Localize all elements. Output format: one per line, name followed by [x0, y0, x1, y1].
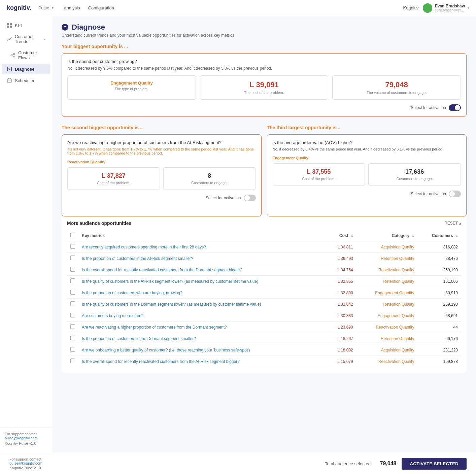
col-cost-header[interactable]: Cost ⇅ [327, 230, 356, 241]
top-navigation: kognitiv. Pulse ▾ Analysis Configuration… [0, 0, 476, 16]
row-checkbox[interactable] [70, 359, 75, 363]
sidebar-item-scheduler[interactable]: Scheduler [2, 75, 50, 86]
product-chevron-icon[interactable]: ▾ [52, 6, 54, 10]
table-row: Is the quality of customers in the At-Ri… [67, 276, 461, 287]
row-metric[interactable]: Is the proportion of customers in the At… [78, 253, 327, 264]
col-checkbox-header [67, 230, 78, 241]
row-metric[interactable]: Is the quality of customers in the At-Ri… [78, 276, 327, 287]
row-metric[interactable]: Are recently acquired customers spending… [78, 241, 327, 253]
nav-analysis[interactable]: Analysis [64, 4, 80, 12]
row-checkbox[interactable] [70, 256, 75, 260]
row-metric[interactable]: Is the overall spend for recently reacti… [78, 264, 327, 276]
sidebar-item-kpi[interactable]: KPI [2, 20, 50, 31]
svg-point-4 [11, 55, 12, 56]
row-customers: 161,006 [417, 276, 461, 287]
nav-links: Analysis Configuration [64, 4, 403, 12]
biggest-opportunity-card: Is the spend per customer growing? No, i… [62, 53, 467, 117]
bottom-support-email[interactable]: pulse@kognitiv.com [9, 461, 42, 465]
second-cost-value: L 37,827 [72, 172, 156, 179]
row-metric[interactable]: Is the overall spend for recently reacti… [78, 356, 327, 367]
third-cost-label: Cost of the problem. [277, 177, 361, 181]
user-badge[interactable]: Evan Bradshaw evan.bradshaw@... ▾ [423, 3, 469, 13]
col-category-header[interactable]: Category ⇅ [356, 230, 418, 241]
row-metric[interactable]: Are we reactivating a higher proportion … [78, 321, 327, 333]
row-customers: 259,190 [417, 299, 461, 310]
customers-sort-icon: ⇅ [455, 234, 458, 238]
row-checkbox-cell [67, 356, 78, 367]
third-opportunity-col: The third largest opportunity is ... Is … [267, 125, 467, 207]
nav-configuration[interactable]: Configuration [88, 4, 114, 12]
sidebar-item-customer-trends[interactable]: Customer Trends [2, 31, 50, 47]
second-opportunity-tag: Reactivation Quantity [67, 160, 256, 164]
row-checkbox[interactable] [70, 278, 75, 283]
table-header-row: More audience opportunities RESET ▴ [67, 221, 461, 226]
support-email[interactable]: pulse@kognitiv.com [5, 436, 47, 440]
row-checkbox[interactable] [70, 313, 75, 317]
metric-type-value: Engagement Quality [72, 80, 192, 86]
bottom-left: For support contact pulse@kognitiv.com K… [9, 457, 42, 470]
biggest-activation-toggle[interactable] [449, 104, 461, 111]
biggest-select-row: Select for activation [67, 104, 461, 111]
col-metric-header[interactable]: Key metrics [78, 230, 327, 241]
sidebar-item-customer-flows[interactable]: Customer Flows [2, 47, 50, 63]
svg-rect-1 [10, 23, 12, 25]
total-value: 79,048 [380, 461, 397, 467]
second-activation-toggle[interactable] [244, 195, 256, 201]
table-section: More audience opportunities RESET ▴ Key … [62, 215, 467, 373]
row-category: Reactivation Quality [356, 356, 418, 367]
col-customers-header[interactable]: Customers ⇅ [417, 230, 461, 241]
metric-cost-box: L 39,091 The cost of the problem. [200, 75, 329, 100]
user-chevron-icon[interactable]: ▾ [468, 6, 469, 10]
row-metric[interactable]: Are we onboarding a better quality of cu… [78, 344, 327, 356]
reset-button[interactable]: RESET ▴ [444, 221, 461, 226]
svg-rect-3 [10, 26, 12, 28]
sidebar-item-diagnose[interactable]: Diagnose [2, 64, 50, 74]
row-checkbox[interactable] [70, 347, 75, 352]
nav-right: Kognitiv Evan Bradshaw evan.bradshaw@...… [403, 3, 469, 13]
row-category: Retention Quality [356, 299, 418, 310]
row-checkbox[interactable] [70, 290, 75, 295]
svg-rect-0 [7, 23, 9, 25]
activate-selected-button[interactable]: ACTIVATE SELECTED [402, 458, 467, 470]
third-activation-toggle[interactable] [449, 191, 461, 197]
second-opportunity-metrics: L 37,827 Cost of the problem. 8 Customer… [67, 167, 256, 190]
metric-volume-label: The volume of customers to engage. [337, 91, 456, 95]
row-customers: 44 [417, 321, 461, 333]
row-cost: L 30,883 [327, 310, 356, 321]
sidebar-trends-label: Customer Trends [15, 34, 41, 44]
logo: kognitiv. Pulse ▾ [7, 4, 54, 11]
row-customers: 28,476 [417, 253, 461, 264]
select-all-checkbox[interactable] [70, 233, 75, 237]
third-volume-label: Customers to engage. [373, 177, 456, 181]
row-cost: L 36,493 [327, 253, 356, 264]
metric-type-box: Engagement Quality The type of problem. [67, 75, 196, 100]
row-metric[interactable]: Is the proportion of customers who are b… [78, 287, 327, 299]
row-checkbox-cell [67, 321, 78, 333]
row-checkbox[interactable] [70, 244, 75, 249]
row-category: Engagement Quality [356, 310, 418, 321]
table-row: Are customers buying more often? L 30,88… [67, 310, 461, 321]
row-cost: L 36,811 [327, 241, 356, 253]
row-cost: L 32,855 [327, 276, 356, 287]
row-checkbox[interactable] [70, 301, 75, 306]
third-volume-value: 17,636 [373, 168, 456, 175]
sidebar: KPI Customer Trends Customer Fl [0, 16, 52, 453]
row-checkbox[interactable] [70, 336, 75, 340]
sidebar-kpi-label: KPI [15, 23, 22, 28]
row-metric[interactable]: Is the quality of customers in the Dorma… [78, 299, 327, 310]
row-category: Reactivation Quantity [356, 321, 418, 333]
row-metric[interactable]: Is the proportion of customers in the Do… [78, 333, 327, 344]
row-metric[interactable]: Are customers buying more often? [78, 310, 327, 321]
support-label: For support contact [5, 432, 47, 436]
trends-expand-icon[interactable] [43, 37, 45, 41]
second-select-row: Select for activation [67, 195, 256, 201]
row-checkbox[interactable] [70, 267, 75, 272]
row-cost: L 18,002 [327, 344, 356, 356]
biggest-opportunity-answer: No, it decreased by 9.6% compared to the… [67, 66, 461, 71]
bottom-bar: For support contact pulse@kognitiv.com K… [0, 453, 476, 474]
second-volume-value: 8 [168, 172, 251, 179]
third-cost-value: L 37,555 [277, 168, 361, 175]
row-checkbox[interactable] [70, 324, 75, 329]
table-row: Is the proportion of customers who are b… [67, 287, 461, 299]
opportunities-table: Key metrics Cost ⇅ Category ⇅ Customers [67, 230, 461, 367]
